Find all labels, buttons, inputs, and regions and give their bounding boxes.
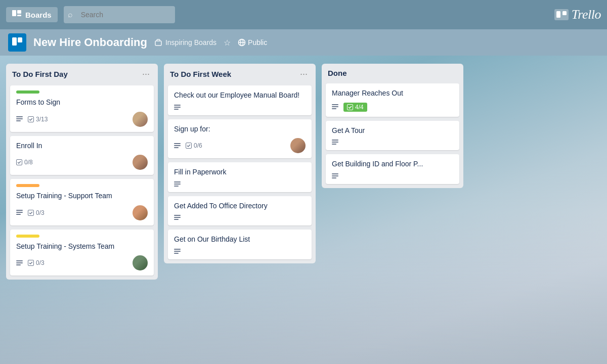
svg-rect-32: [174, 181, 181, 183]
svg-rect-41: [332, 104, 338, 105]
checklist-icon: [28, 260, 34, 266]
card-avatar: [290, 138, 306, 153]
card-sign-up[interactable]: Sign up for: 0/6: [168, 119, 312, 159]
board-inspiring[interactable]: Inspiring Boards: [154, 38, 216, 47]
svg-rect-2: [17, 15, 21, 16]
card-title: Enroll In: [16, 141, 148, 151]
column-todo-first-week: To Do First Week ··· Check out our Emplo…: [164, 64, 316, 263]
svg-rect-39: [174, 251, 181, 252]
card-desc-icon: [332, 173, 338, 179]
card-checklist: 0/3: [28, 259, 45, 266]
cards-container-3: Manager Reaches Out 4/4 Get A Tour: [322, 81, 463, 188]
search-input[interactable]: [64, 6, 175, 23]
column-title-3: Done: [328, 69, 347, 77]
svg-rect-50: [332, 177, 336, 178]
svg-rect-28: [174, 143, 181, 144]
svg-rect-6: [12, 37, 17, 46]
board-visibility[interactable]: Public: [238, 38, 267, 47]
card-footer: 0/6: [174, 138, 306, 153]
column-menu-button-2[interactable]: ···: [298, 69, 310, 79]
desc-icon: [174, 249, 181, 254]
card-title: Get Added To Office Directory: [174, 201, 306, 211]
checklist-count: 0/6: [194, 142, 202, 149]
card-title: Sign up for:: [174, 124, 306, 134]
boards-label: Boards: [25, 11, 52, 19]
card-desc-icon: [16, 210, 23, 215]
card-setup-training-support[interactable]: Setup Training - Support Team 0/3: [10, 179, 154, 225]
desc-icon: [174, 215, 181, 220]
card-manager-reaches-out[interactable]: Manager Reaches Out 4/4: [326, 83, 459, 117]
svg-rect-49: [332, 175, 338, 176]
svg-rect-45: [332, 140, 338, 141]
svg-rect-29: [174, 145, 181, 146]
card-birthday-list[interactable]: Get on Our Birthday List: [168, 230, 312, 259]
card-setup-training-systems[interactable]: Setup Training - Systems Team 0/3: [10, 230, 154, 276]
board-title: New Hire Onboarding: [33, 36, 147, 49]
checklist-count: 0/3: [36, 209, 45, 216]
desc-icon: [332, 140, 338, 145]
svg-rect-18: [16, 212, 23, 213]
column-title-1: To Do First Day: [12, 70, 68, 78]
svg-rect-35: [174, 215, 181, 216]
card-employee-manual[interactable]: Check out our Employee Manual Board!: [168, 85, 312, 115]
desc-icon: [332, 173, 338, 179]
card-desc-icon: [16, 116, 23, 122]
briefcase-icon: [154, 38, 162, 47]
svg-rect-48: [332, 173, 338, 174]
svg-rect-38: [174, 249, 181, 250]
svg-rect-27: [174, 109, 179, 110]
card-meta: 0/3: [16, 209, 45, 216]
card-desc-icon: [332, 140, 338, 145]
checklist-count: 0/3: [36, 259, 45, 266]
svg-rect-36: [174, 217, 181, 218]
card-footer: [174, 249, 306, 254]
svg-rect-34: [174, 186, 179, 187]
inspiring-boards-label: Inspiring Boards: [165, 38, 216, 47]
visibility-label: Public: [248, 38, 267, 47]
card-checklist: 0/8: [16, 159, 33, 166]
card-meta: 0/3: [16, 259, 45, 266]
svg-rect-12: [16, 116, 23, 117]
card-building-id[interactable]: Get Building ID and Floor P...: [326, 154, 459, 184]
checklist-icon: [28, 116, 34, 122]
checklist-count: 0/8: [24, 159, 33, 166]
card-desc-icon: [174, 249, 181, 254]
card-forms-to-sign[interactable]: Forms to Sign 3/13: [10, 85, 154, 132]
board-header: New Hire Onboarding Inspiring Boards ☆ P…: [0, 29, 607, 56]
card-get-a-tour[interactable]: Get A Tour: [326, 121, 459, 151]
column-title-2: To Do First Week: [170, 70, 231, 78]
card-label-green: [16, 90, 39, 94]
card-label-yellow: [16, 235, 39, 238]
card-desc-icon: [16, 260, 23, 266]
desc-icon: [332, 104, 338, 110]
card-fill-paperwork[interactable]: Fill in Paperwork: [168, 162, 312, 192]
svg-rect-5: [562, 11, 567, 15]
svg-rect-37: [174, 219, 179, 220]
svg-rect-30: [174, 147, 179, 148]
trello-logo-icon: [554, 9, 569, 20]
svg-rect-1: [17, 10, 21, 14]
svg-rect-43: [332, 108, 336, 109]
card-enroll-in[interactable]: Enroll In 0/8: [10, 136, 154, 175]
card-avatar: [133, 155, 148, 170]
cards-container-2: Check out our Employee Manual Board! Sig…: [164, 83, 316, 263]
desc-icon: [16, 260, 23, 266]
board-logo: [8, 33, 26, 52]
column-menu-button-1[interactable]: ···: [140, 69, 152, 79]
checklist-icon: [186, 143, 192, 149]
card-title: Get A Tour: [332, 126, 453, 136]
trello-logo-text: Trello: [572, 7, 601, 22]
card-office-directory[interactable]: Get Added To Office Directory: [168, 196, 312, 226]
app-header: Boards ⌕ Trello: [0, 0, 607, 29]
card-avatar: [133, 255, 148, 270]
column-header-1: To Do First Day ···: [6, 64, 158, 83]
card-meta: 0/8: [16, 159, 33, 166]
svg-rect-8: [155, 41, 161, 46]
svg-rect-42: [332, 106, 338, 107]
star-icon[interactable]: ☆: [224, 38, 231, 48]
desc-icon: [16, 210, 23, 215]
boards-button[interactable]: Boards: [6, 7, 58, 22]
card-checklist: 0/6: [186, 142, 202, 149]
card-footer: [174, 215, 306, 220]
card-footer: 3/13: [16, 112, 148, 127]
